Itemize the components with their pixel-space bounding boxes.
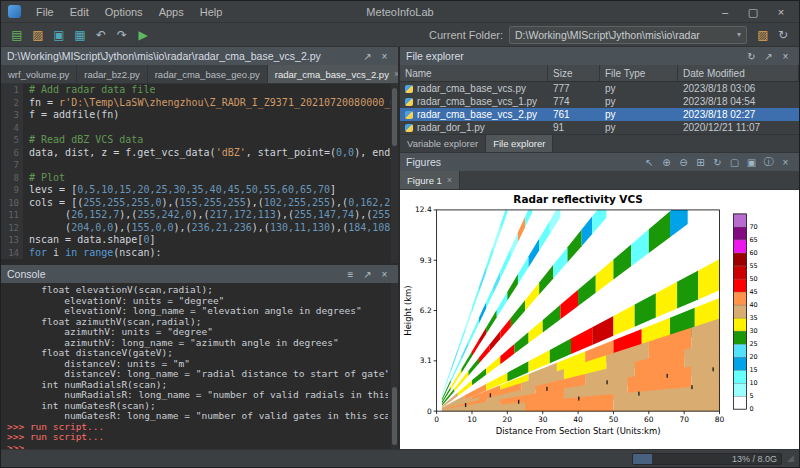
tab-variable-explorer[interactable]: Variable explorer bbox=[400, 134, 486, 152]
figure-tab-bar: Figure 1 × bbox=[400, 171, 799, 190]
float-window-icon[interactable]: ↗ bbox=[761, 49, 776, 63]
tab-radar-cma-base-geo-py[interactable]: radar_cma_base_geo.py bbox=[148, 65, 268, 83]
line-number: 13 bbox=[1, 234, 23, 247]
console-output-line: distanceV: units = "m" bbox=[7, 359, 388, 370]
redo-icon[interactable]: ↷ bbox=[112, 25, 132, 45]
tab-close-icon[interactable]: × bbox=[447, 175, 452, 185]
menu-file[interactable]: File bbox=[28, 4, 62, 20]
svg-text:70: 70 bbox=[679, 415, 689, 424]
code-editor[interactable]: 1# Add radar data file2fn = r'D:\Temp\La… bbox=[1, 84, 398, 263]
resize-grip[interactable]: ◢ bbox=[787, 454, 794, 463]
code-line: 2fn = r'D:\Temp\LaSW\zhengzhou\Z_RADR_I_… bbox=[1, 97, 398, 110]
console-settings-icon[interactable]: ≡ bbox=[343, 267, 358, 281]
console-header-icons: ≡↗× bbox=[343, 267, 392, 281]
current-folder-combobox[interactable]: D:\Working\MIScript\Jython\mis\io\radar … bbox=[509, 26, 747, 44]
save-icon[interactable]: ▣ bbox=[49, 25, 69, 45]
line-number: 9 bbox=[1, 184, 23, 197]
menu-help[interactable]: Help bbox=[192, 4, 231, 20]
line-number: 3 bbox=[1, 109, 23, 122]
editor-header: D:\Working\MIScript\Jython\mis\io\radar\… bbox=[1, 47, 398, 65]
console-output-line: numGatesR: long_name = "number of valid … bbox=[7, 411, 388, 422]
svg-text:Radar reflectivity VCS: Radar reflectivity VCS bbox=[513, 193, 642, 205]
code-line: 8# Plot bbox=[1, 172, 398, 185]
combo-dropdown-icon[interactable]: ▾ bbox=[737, 30, 741, 39]
line-number: 4 bbox=[1, 122, 23, 135]
file-row[interactable]: radar_dor_1.py91py2020/12/21 11:07 bbox=[400, 121, 799, 134]
full-extent-icon[interactable]: ▢ bbox=[727, 155, 742, 169]
zoom-in-icon[interactable]: ⊕ bbox=[659, 155, 674, 169]
column-header-size[interactable]: Size bbox=[548, 65, 600, 81]
close-button[interactable]: × bbox=[767, 3, 795, 21]
editor-scrollbar[interactable] bbox=[391, 84, 398, 263]
tab-radar-cma-base-vcs-2-py[interactable]: radar_cma_base_vcs_2.py× bbox=[268, 65, 398, 83]
svg-text:3.1: 3.1 bbox=[420, 356, 432, 365]
file-explorer-title: File explorer bbox=[406, 50, 464, 62]
svg-text:45: 45 bbox=[749, 288, 757, 296]
new-script-icon[interactable]: ▤ bbox=[7, 25, 27, 45]
tab-file-explorer[interactable]: File explorer bbox=[486, 134, 553, 152]
file-row[interactable]: radar_cma_base_vcs_2.py761py2023/8/18 02… bbox=[400, 108, 799, 121]
svg-text:50: 50 bbox=[609, 415, 619, 424]
svg-text:12.4: 12.4 bbox=[415, 205, 432, 214]
float-window-icon[interactable]: ↗ bbox=[360, 267, 375, 281]
save-all-icon[interactable]: ▦ bbox=[70, 25, 90, 45]
float-window-icon[interactable]: ↗ bbox=[360, 49, 375, 63]
scrollbar-thumb[interactable] bbox=[392, 387, 397, 445]
close-figure-icon[interactable]: × bbox=[778, 155, 793, 169]
close-panel-icon[interactable]: × bbox=[377, 267, 392, 281]
undo-icon[interactable]: ↶ bbox=[91, 25, 111, 45]
column-header-file-type[interactable]: File Type bbox=[600, 65, 678, 81]
svg-text:Distance From Section Start (U: Distance From Section Start (Units:km) bbox=[496, 426, 661, 436]
zoom-out-icon[interactable]: ⊖ bbox=[676, 155, 691, 169]
console-header: Console ≡↗× bbox=[1, 265, 398, 283]
console-prompt-line: >>> run script... bbox=[7, 432, 388, 443]
file-row[interactable]: radar_cma_base_vcs_1.py774py2023/8/18 04… bbox=[400, 95, 799, 108]
close-panel-icon[interactable]: × bbox=[377, 49, 392, 63]
close-panel-icon[interactable]: × bbox=[778, 49, 793, 63]
toolbar-right-icons: ▨↻ bbox=[753, 25, 793, 45]
column-header-date-modified[interactable]: Date Modified bbox=[678, 65, 799, 81]
refresh-icon[interactable]: ↻ bbox=[744, 49, 759, 63]
run-script-icon[interactable]: ▶ bbox=[133, 25, 153, 45]
figures-title: Figures bbox=[406, 156, 441, 168]
open-script-icon[interactable]: ▨ bbox=[28, 25, 48, 45]
console-output[interactable]: float elevationV(scan,radial); elevation… bbox=[1, 283, 398, 449]
menu-options[interactable]: Options bbox=[97, 4, 151, 20]
console-output-line: elevationV: long_name = "elevation angle… bbox=[7, 306, 388, 317]
python-file-icon bbox=[405, 85, 413, 93]
select-arrow-icon[interactable]: ↖ bbox=[642, 155, 657, 169]
current-folder-value: D:\Working\MIScript\Jython\mis\io\radar bbox=[515, 29, 700, 41]
svg-text:20: 20 bbox=[503, 415, 513, 424]
column-header-name[interactable]: Name bbox=[400, 65, 548, 81]
figure-canvas[interactable]: 0102030405060708003.16.29.312.4Radar ref… bbox=[400, 190, 799, 449]
svg-text:6.2: 6.2 bbox=[420, 306, 432, 315]
toolbar-icons: ▤▨▣▦↶↷▶ bbox=[7, 25, 153, 45]
console-output-line: elevationV: units = "degree" bbox=[7, 296, 388, 307]
file-row[interactable]: radar_cma_base_vcs.py777py2023/8/18 03:0… bbox=[400, 82, 799, 95]
svg-text:25: 25 bbox=[749, 340, 757, 348]
menu-edit[interactable]: Edit bbox=[62, 4, 97, 20]
tab-radar-bz2-py[interactable]: radar_bz2.py bbox=[77, 65, 147, 83]
maximize-button[interactable]: ▢ bbox=[739, 3, 767, 21]
line-number: 11 bbox=[1, 209, 23, 222]
line-number: 12 bbox=[1, 222, 23, 235]
minimize-button[interactable]: – bbox=[711, 3, 739, 21]
menu-apps[interactable]: Apps bbox=[151, 4, 192, 20]
identify-info-icon[interactable]: ⓘ bbox=[761, 155, 776, 169]
rotate-icon[interactable]: ↻ bbox=[710, 155, 725, 169]
console-output-line: int numRadialsR(scan); bbox=[7, 380, 388, 391]
right-column: File explorer ↻↗× NameSizeFile TypeDate … bbox=[400, 47, 799, 449]
tab-figure-1[interactable]: Figure 1 × bbox=[400, 171, 460, 189]
browse-folder-icon[interactable]: ▨ bbox=[753, 25, 773, 45]
code-line: 11 (26,152,7),(255,242,0),(217,172,113),… bbox=[1, 209, 398, 222]
console-scrollbar[interactable] bbox=[391, 283, 398, 449]
refresh-folder-icon[interactable]: ↻ bbox=[773, 25, 793, 45]
save-figure-icon[interactable]: ▣ bbox=[744, 155, 759, 169]
tab-wrf-volume-py[interactable]: wrf_volume.py bbox=[1, 65, 77, 83]
scrollbar-thumb[interactable] bbox=[392, 88, 397, 146]
line-number: 1 bbox=[1, 84, 23, 97]
pan-icon[interactable]: ⊞ bbox=[693, 155, 708, 169]
svg-text:10: 10 bbox=[749, 379, 757, 387]
memory-indicator[interactable]: 13% / 8.0G bbox=[632, 453, 782, 465]
svg-text:10: 10 bbox=[467, 415, 477, 424]
